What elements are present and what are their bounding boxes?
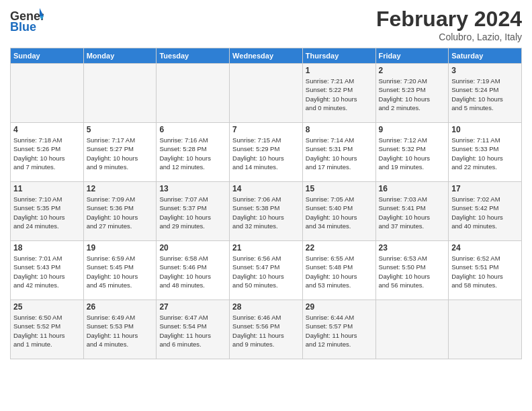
table-row: 26Sunrise: 6:49 AMSunset: 5:53 PMDayligh…	[83, 300, 157, 359]
day-number: 1	[306, 66, 373, 75]
table-row: 17Sunrise: 7:02 AMSunset: 5:42 PMDayligh…	[449, 182, 522, 241]
table-row: 14Sunrise: 7:06 AMSunset: 5:38 PMDayligh…	[230, 182, 303, 241]
day-number: 14	[232, 184, 300, 193]
day-number: 7	[232, 125, 300, 134]
table-row: 9Sunrise: 7:12 AMSunset: 5:32 PMDaylight…	[375, 123, 449, 182]
day-number: 17	[451, 184, 519, 193]
day-info: Sunrise: 7:09 AMSunset: 5:36 PMDaylight:…	[87, 195, 154, 230]
day-info: Sunrise: 7:18 AMSunset: 5:26 PMDaylight:…	[13, 136, 81, 171]
day-info: Sunrise: 6:49 AMSunset: 5:53 PMDaylight:…	[87, 313, 154, 349]
table-row: 27Sunrise: 6:47 AMSunset: 5:54 PMDayligh…	[157, 300, 230, 359]
day-number: 29	[306, 302, 373, 312]
day-info: Sunrise: 7:17 AMSunset: 5:27 PMDaylight:…	[87, 136, 154, 171]
day-number: 4	[13, 125, 81, 134]
table-row: 6Sunrise: 7:16 AMSunset: 5:28 PMDaylight…	[157, 123, 230, 182]
table-row: 8Sunrise: 7:14 AMSunset: 5:31 PMDaylight…	[302, 123, 375, 182]
table-row	[230, 64, 303, 123]
day-info: Sunrise: 7:20 AMSunset: 5:23 PMDaylight:…	[379, 77, 446, 112]
table-row	[375, 300, 449, 359]
day-info: Sunrise: 6:52 AMSunset: 5:51 PMDaylight:…	[451, 254, 519, 289]
logo: General Blue	[10, 7, 45, 34]
day-number: 28	[232, 302, 300, 312]
day-number: 8	[306, 125, 373, 134]
table-row: 11Sunrise: 7:10 AMSunset: 5:35 PMDayligh…	[11, 182, 84, 241]
day-number: 26	[87, 302, 154, 312]
table-row: 20Sunrise: 6:58 AMSunset: 5:46 PMDayligh…	[157, 241, 230, 300]
day-number: 19	[87, 243, 154, 253]
main-container: General Blue February 2024 Colubro, Lazi…	[0, 0, 532, 411]
table-row: 10Sunrise: 7:11 AMSunset: 5:33 PMDayligh…	[449, 123, 522, 182]
day-info: Sunrise: 6:47 AMSunset: 5:54 PMDaylight:…	[159, 313, 226, 349]
day-number: 15	[306, 184, 373, 193]
location: Colubro, Lazio, Italy	[376, 32, 522, 42]
col-saturday: Saturday	[449, 48, 522, 64]
day-number: 24	[451, 243, 519, 253]
table-row: 29Sunrise: 6:44 AMSunset: 5:57 PMDayligh…	[302, 300, 375, 359]
table-row: 15Sunrise: 7:05 AMSunset: 5:40 PMDayligh…	[302, 182, 375, 241]
col-monday: Monday	[83, 48, 157, 64]
table-row: 18Sunrise: 7:01 AMSunset: 5:43 PMDayligh…	[11, 241, 84, 300]
table-row: 2Sunrise: 7:20 AMSunset: 5:23 PMDaylight…	[375, 64, 449, 123]
day-number: 5	[87, 125, 154, 134]
day-info: Sunrise: 7:07 AMSunset: 5:37 PMDaylight:…	[159, 195, 226, 230]
day-number: 18	[13, 243, 81, 253]
day-number: 13	[159, 184, 226, 193]
day-info: Sunrise: 7:10 AMSunset: 5:35 PMDaylight:…	[13, 195, 81, 230]
day-number: 9	[379, 125, 446, 134]
col-friday: Friday	[375, 48, 449, 64]
calendar-week-row: 4Sunrise: 7:18 AMSunset: 5:26 PMDaylight…	[11, 123, 522, 182]
day-number: 12	[87, 184, 154, 193]
day-info: Sunrise: 6:59 AMSunset: 5:45 PMDaylight:…	[87, 254, 154, 289]
day-number: 11	[13, 184, 81, 193]
table-row: 22Sunrise: 6:55 AMSunset: 5:48 PMDayligh…	[302, 241, 375, 300]
day-info: Sunrise: 7:01 AMSunset: 5:43 PMDaylight:…	[13, 254, 81, 289]
day-number: 2	[379, 66, 446, 75]
calendar-week-row: 11Sunrise: 7:10 AMSunset: 5:35 PMDayligh…	[11, 182, 522, 241]
day-number: 6	[159, 125, 226, 134]
calendar-table: Sunday Monday Tuesday Wednesday Thursday…	[10, 48, 522, 359]
day-info: Sunrise: 7:11 AMSunset: 5:33 PMDaylight:…	[451, 136, 519, 171]
col-wednesday: Wednesday	[230, 48, 303, 64]
day-number: 3	[451, 66, 519, 75]
day-info: Sunrise: 6:55 AMSunset: 5:48 PMDaylight:…	[306, 254, 373, 289]
day-info: Sunrise: 7:05 AMSunset: 5:40 PMDaylight:…	[306, 195, 373, 230]
day-info: Sunrise: 7:15 AMSunset: 5:29 PMDaylight:…	[232, 136, 300, 171]
month-title: February 2024	[376, 7, 522, 32]
table-row: 12Sunrise: 7:09 AMSunset: 5:36 PMDayligh…	[83, 182, 157, 241]
calendar-week-row: 1Sunrise: 7:21 AMSunset: 5:22 PMDaylight…	[11, 64, 522, 123]
table-row	[83, 64, 157, 123]
day-info: Sunrise: 6:46 AMSunset: 5:56 PMDaylight:…	[232, 313, 300, 349]
calendar-week-row: 18Sunrise: 7:01 AMSunset: 5:43 PMDayligh…	[11, 241, 522, 300]
svg-text:Blue: Blue	[10, 20, 36, 34]
day-number: 20	[159, 243, 226, 253]
day-info: Sunrise: 7:12 AMSunset: 5:32 PMDaylight:…	[379, 136, 446, 171]
day-number: 27	[159, 302, 226, 312]
logo-icon: General Blue	[10, 7, 44, 34]
day-number: 21	[232, 243, 300, 253]
table-row: 16Sunrise: 7:03 AMSunset: 5:41 PMDayligh…	[375, 182, 449, 241]
table-row: 1Sunrise: 7:21 AMSunset: 5:22 PMDaylight…	[302, 64, 375, 123]
day-info: Sunrise: 6:56 AMSunset: 5:47 PMDaylight:…	[232, 254, 300, 289]
table-row: 19Sunrise: 6:59 AMSunset: 5:45 PMDayligh…	[83, 241, 157, 300]
table-row	[157, 64, 230, 123]
table-row: 4Sunrise: 7:18 AMSunset: 5:26 PMDaylight…	[11, 123, 84, 182]
table-row: 7Sunrise: 7:15 AMSunset: 5:29 PMDaylight…	[230, 123, 303, 182]
day-number: 10	[451, 125, 519, 134]
header: General Blue February 2024 Colubro, Lazi…	[10, 7, 522, 42]
col-tuesday: Tuesday	[157, 48, 230, 64]
title-section: February 2024 Colubro, Lazio, Italy	[376, 7, 522, 42]
day-number: 22	[306, 243, 373, 253]
table-row: 3Sunrise: 7:19 AMSunset: 5:24 PMDaylight…	[449, 64, 522, 123]
day-number: 16	[379, 184, 446, 193]
col-thursday: Thursday	[302, 48, 375, 64]
day-number: 25	[13, 302, 81, 312]
day-info: Sunrise: 7:14 AMSunset: 5:31 PMDaylight:…	[306, 136, 373, 171]
day-info: Sunrise: 6:44 AMSunset: 5:57 PMDaylight:…	[306, 313, 373, 349]
day-info: Sunrise: 6:50 AMSunset: 5:52 PMDaylight:…	[13, 313, 81, 349]
table-row: 13Sunrise: 7:07 AMSunset: 5:37 PMDayligh…	[157, 182, 230, 241]
day-info: Sunrise: 7:19 AMSunset: 5:24 PMDaylight:…	[451, 77, 519, 112]
col-sunday: Sunday	[11, 48, 84, 64]
table-row: 23Sunrise: 6:53 AMSunset: 5:50 PMDayligh…	[375, 241, 449, 300]
table-row: 24Sunrise: 6:52 AMSunset: 5:51 PMDayligh…	[449, 241, 522, 300]
day-info: Sunrise: 7:06 AMSunset: 5:38 PMDaylight:…	[232, 195, 300, 230]
